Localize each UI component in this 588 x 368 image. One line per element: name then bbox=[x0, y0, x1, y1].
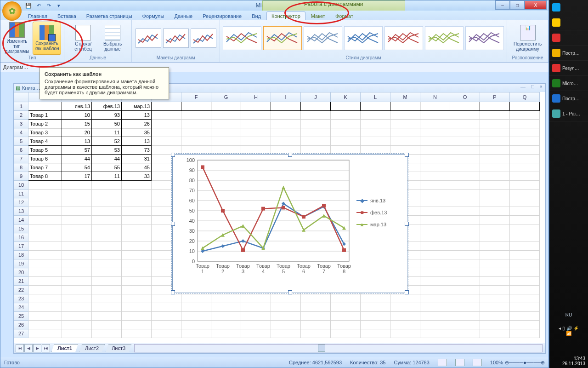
chart-style-option[interactable] bbox=[223, 26, 261, 50]
svg-text:40: 40 bbox=[189, 218, 195, 224]
svg-text:Товар: Товар bbox=[277, 263, 290, 269]
qat-undo-icon[interactable]: ↶ bbox=[34, 1, 43, 10]
ribbon-tab[interactable]: Данные bbox=[170, 12, 197, 20]
qat-dropdown-icon[interactable]: ▾ bbox=[55, 1, 63, 10]
chart-layout-option[interactable] bbox=[163, 29, 189, 48]
taskbar-item[interactable] bbox=[549, 0, 588, 15]
sheet-tab[interactable]: Лист1 bbox=[51, 344, 78, 352]
taskbar-item[interactable]: Micro… bbox=[549, 76, 588, 91]
status-count: Количество: 35 bbox=[350, 360, 385, 365]
workbook-minimize[interactable]: — bbox=[520, 84, 526, 89]
window-close-button[interactable]: X bbox=[525, 0, 547, 10]
group-label-styles: Стили диаграмм bbox=[223, 55, 504, 61]
group-label-type: Тип bbox=[3, 55, 61, 61]
sheet-nav-last[interactable]: ⏭ bbox=[42, 344, 50, 352]
ribbon-tab[interactable]: Главная bbox=[23, 12, 52, 20]
svg-text:фев.13: фев.13 bbox=[370, 210, 387, 215]
chart-style-option[interactable] bbox=[425, 26, 464, 50]
tray-icons[interactable]: ◂ ▯ 🔊 ⚡📶 bbox=[549, 326, 588, 336]
save-as-template-button[interactable]: Сохранить как шаблон bbox=[33, 22, 61, 55]
ribbon: Изменить тип диаграммы Сохранить как шаб… bbox=[0, 20, 548, 63]
sheet-nav-prev[interactable]: ◀ bbox=[24, 344, 33, 352]
ribbon-tab[interactable]: Разметка страницы bbox=[82, 12, 137, 20]
svg-text:50: 50 bbox=[189, 208, 195, 213]
chart-style-option[interactable] bbox=[304, 26, 342, 50]
chart-style-gallery[interactable] bbox=[223, 21, 504, 55]
taskbar-item[interactable]: 1 - Pai… bbox=[549, 106, 588, 121]
svg-text:янв.13: янв.13 bbox=[370, 198, 385, 203]
window-restore-button[interactable]: □ bbox=[510, 0, 525, 10]
svg-text:Товар: Товар bbox=[297, 263, 311, 269]
svg-text:2: 2 bbox=[221, 269, 224, 274]
language-indicator[interactable]: RU bbox=[549, 312, 588, 317]
svg-text:■: ■ bbox=[360, 209, 363, 216]
os-taskbar: Постр…Резул…Micro…Постр…1 - Pai… RU ◂ ▯ … bbox=[549, 0, 588, 368]
svg-text:10: 10 bbox=[189, 248, 195, 254]
chart-style-option[interactable] bbox=[344, 26, 383, 50]
svg-rect-40 bbox=[221, 209, 225, 213]
group-label-layouts: Макеты диаграмм bbox=[135, 55, 217, 61]
svg-text:20: 20 bbox=[189, 238, 195, 244]
chart-layout-option[interactable] bbox=[136, 29, 161, 48]
svg-text:Товар: Товар bbox=[317, 263, 331, 269]
ribbon-tab-context[interactable]: Конструктор bbox=[266, 12, 305, 20]
embedded-chart[interactable]: 0102030405060708090100Товар1Товар2Товар3… bbox=[172, 154, 407, 293]
ribbon-tab[interactable]: Вид bbox=[247, 12, 266, 20]
svg-text:3: 3 bbox=[242, 269, 244, 274]
qat-redo-icon[interactable]: ↷ bbox=[45, 1, 53, 10]
taskbar-item[interactable] bbox=[549, 15, 588, 30]
qat-save-icon[interactable]: 💾 bbox=[24, 1, 33, 10]
taskbar-item[interactable]: Постр… bbox=[549, 91, 588, 106]
svg-text:60: 60 bbox=[189, 198, 195, 203]
clock-time[interactable]: 13:43 bbox=[562, 356, 585, 361]
chart-layout-option[interactable] bbox=[191, 29, 216, 48]
svg-text:90: 90 bbox=[189, 167, 195, 173]
status-average: Среднее: 4621,592593 bbox=[289, 360, 342, 365]
view-break-button[interactable] bbox=[473, 359, 482, 366]
chart-style-option[interactable] bbox=[263, 26, 302, 50]
clock-date: 26.11.2013 bbox=[562, 361, 585, 366]
view-normal-button[interactable] bbox=[438, 359, 447, 366]
name-box[interactable]: Диаграм… bbox=[3, 64, 28, 70]
status-ready: Готово bbox=[4, 360, 20, 365]
window-minimize-button[interactable]: – bbox=[495, 0, 510, 10]
svg-text:Товар: Товар bbox=[256, 263, 270, 269]
svg-rect-42 bbox=[261, 207, 265, 211]
chart-tools-caption: Работа с диаграммами bbox=[262, 0, 405, 11]
ribbon-tab[interactable]: Вставка bbox=[53, 12, 81, 20]
sheet-tab[interactable]: Лист2 bbox=[79, 344, 105, 352]
view-layout-button[interactable] bbox=[455, 359, 464, 366]
svg-text:1: 1 bbox=[201, 269, 204, 274]
switch-row-column-button[interactable]: Строка/столбец bbox=[69, 22, 97, 54]
workbook-restore[interactable]: □ bbox=[531, 84, 534, 89]
workbook-close[interactable]: × bbox=[540, 84, 543, 89]
sheet-nav-next[interactable]: ▶ bbox=[33, 344, 41, 352]
ribbon-tab-context[interactable]: Макет bbox=[306, 12, 330, 20]
horizontal-scrollbar[interactable] bbox=[134, 344, 543, 352]
taskbar-item[interactable]: Резул… bbox=[549, 61, 588, 76]
taskbar-item[interactable] bbox=[549, 30, 588, 46]
svg-text:80: 80 bbox=[189, 178, 195, 183]
ribbon-tab-context[interactable]: Формат bbox=[331, 12, 358, 20]
taskbar-item[interactable]: Постр… bbox=[549, 46, 588, 61]
chart-style-option[interactable] bbox=[384, 26, 423, 50]
chart-layout-gallery[interactable] bbox=[136, 21, 216, 55]
svg-text:70: 70 bbox=[189, 188, 195, 193]
select-data-button[interactable]: Выбрать данные bbox=[99, 22, 126, 54]
sheet-nav-first[interactable]: ⏮ bbox=[16, 344, 24, 352]
tooltip: Сохранить как шаблон Сохранение форматир… bbox=[40, 67, 169, 99]
group-label-location: Расположение bbox=[510, 55, 545, 61]
svg-text:мар.13: мар.13 bbox=[370, 222, 386, 227]
sheet-tab[interactable]: Лист3 bbox=[106, 344, 131, 352]
move-chart-button[interactable]: 📊 Переместить диаграмму bbox=[514, 22, 542, 54]
svg-text:7: 7 bbox=[322, 269, 325, 274]
ribbon-tab[interactable]: Формулы bbox=[138, 12, 169, 20]
office-button[interactable]: ✿ bbox=[2, 1, 22, 21]
svg-text:Товар: Товар bbox=[196, 263, 209, 269]
ribbon-tabs: ГлавнаяВставкаРазметка страницыФормулыДа… bbox=[0, 11, 548, 20]
svg-text:Товар: Товар bbox=[216, 263, 230, 269]
ribbon-tab[interactable]: Рецензирование bbox=[198, 12, 246, 20]
chart-style-option[interactable] bbox=[465, 26, 504, 50]
change-chart-type-button[interactable]: Изменить тип диаграммы bbox=[3, 22, 31, 54]
zoom-control[interactable]: 100% ⊖────●────⊕ bbox=[490, 360, 545, 366]
